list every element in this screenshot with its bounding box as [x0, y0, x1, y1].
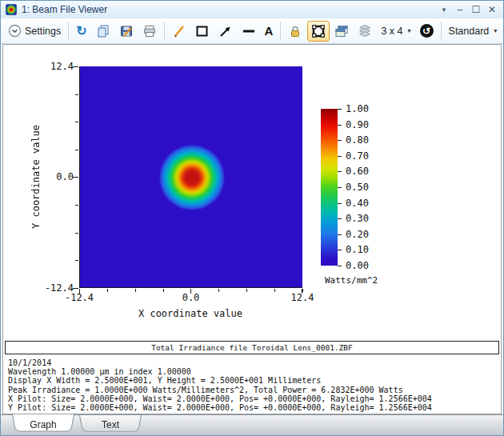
x-tick-label: 0.0: [175, 292, 207, 303]
x-axis-major-tick: [79, 289, 80, 294]
grid-layout-dropdown[interactable]: 3 x 4 ▾: [377, 21, 414, 42]
colorbar-label: 1.00: [346, 103, 378, 114]
fit-window-button[interactable]: [307, 21, 330, 42]
lock-button[interactable]: [284, 21, 306, 42]
info-line: Wavelength 1.00000 µm in index 1.00000: [8, 367, 498, 376]
settings-chevron-icon: [8, 24, 22, 38]
window-controls: ▾ – ☐ ✕: [438, 2, 498, 17]
refresh-icon: ↻: [76, 23, 86, 38]
colorbar-label: 0.90: [346, 119, 378, 130]
fit-window-icon: [311, 24, 326, 38]
clone-window-icon: [334, 24, 349, 38]
toolbar-separator: [164, 22, 165, 41]
line-icon: [242, 24, 256, 38]
y-axis-major-tick: [73, 288, 78, 289]
colorbar-label: 0.50: [346, 182, 378, 193]
pencil-icon: [172, 24, 186, 38]
maximize-button[interactable]: ☐: [470, 2, 482, 17]
x-axis-label: X coordinate value: [110, 308, 270, 319]
beam-file-viewer-window: 1: Beam File Viewer ▾ – ☐ ✕ Settings ↻: [0, 0, 504, 436]
toolbar-separator: [441, 22, 442, 41]
titlebar[interactable]: 1: Beam File Viewer ▾ – ☐ ✕: [1, 1, 503, 18]
beam-spot: [160, 146, 224, 210]
toolbar: Settings ↻: [1, 18, 503, 44]
y-axis-major-tick: [73, 177, 78, 178]
colorbar-label: 0.40: [346, 198, 378, 209]
chevron-down-icon: ▾: [408, 27, 411, 34]
minimize-button[interactable]: –: [454, 2, 466, 17]
arrow-annotation-button[interactable]: [214, 21, 237, 42]
y-axis-ticks: [75, 66, 78, 289]
layers-button[interactable]: [354, 21, 376, 42]
x-tick-label: -12.4: [63, 292, 95, 303]
graph-panel: Y coordinate value X coordinate value 12…: [2, 44, 502, 414]
reset-icon: ↺: [420, 24, 434, 38]
colorbar-label: 0.20: [346, 229, 378, 240]
plot-title: Total Irradiance file Toroidal Lens_0001…: [5, 341, 499, 354]
x-axis-ticks: [79, 289, 303, 292]
tabbar: Graph Text: [1, 414, 503, 435]
refresh-button[interactable]: ↻: [72, 21, 90, 42]
save-icon: [119, 24, 134, 38]
window-menu-button[interactable]: ▾: [438, 2, 450, 17]
rectangle-annotation-button[interactable]: [191, 21, 214, 42]
text-tool-icon: A: [265, 24, 274, 38]
tab-graph[interactable]: Graph: [12, 415, 74, 434]
app-icon: [6, 4, 17, 15]
copy-button[interactable]: [92, 21, 114, 42]
info-line: Peak Irradiance = 1.0000E+000 Watts/Mill…: [8, 386, 498, 394]
colorbar-label: 0.10: [346, 244, 378, 255]
arrow-icon: [218, 24, 233, 38]
pencil-annotation-button[interactable]: [168, 21, 190, 42]
colorbar-label: 0.70: [346, 150, 378, 162]
y-axis-major-tick: [73, 66, 78, 67]
beam-irradiance-plot: [79, 66, 302, 288]
info-line: 10/1/2014: [8, 358, 498, 367]
info-panel: 10/1/2014 Wavelength 1.00000 µm in index…: [8, 358, 498, 412]
copy-icon: [96, 24, 110, 38]
clone-window-button[interactable]: [330, 21, 353, 42]
x-axis-major-tick: [190, 289, 191, 294]
y-tick-label: 12.4: [37, 61, 74, 72]
text-annotation-button[interactable]: A: [261, 21, 278, 42]
print-icon: [142, 24, 157, 38]
reset-view-button[interactable]: ↺: [416, 21, 438, 42]
close-button[interactable]: ✕: [486, 2, 498, 17]
line-annotation-button[interactable]: [238, 21, 260, 42]
toolbar-separator: [68, 22, 69, 41]
standard-dropdown[interactable]: Standard ▾: [445, 21, 502, 42]
toolbar-separator: [280, 22, 281, 41]
x-axis-major-tick: [302, 289, 302, 294]
colorbar-label: 0.30: [346, 213, 378, 224]
colorbar-label: 0.00: [346, 260, 378, 271]
colorbar-label: 0.80: [346, 134, 378, 146]
window-title: 1: Beam File Viewer: [22, 4, 433, 15]
x-tick-label: 12.4: [286, 292, 318, 303]
layers-icon: [358, 24, 372, 38]
rectangle-icon: [195, 24, 210, 38]
lock-icon: [288, 24, 302, 38]
print-button[interactable]: [138, 21, 161, 42]
info-line: Display X Width = 2.5000E+001, Y Height …: [8, 376, 498, 385]
tab-text[interactable]: Text: [79, 415, 142, 434]
y-tick-label: 0.0: [37, 171, 74, 182]
colorbar-unit: Watts/mm^2: [325, 275, 378, 286]
info-line: X Pilot: Size= 2.0000E+000, Waist= 2.000…: [8, 394, 498, 403]
chevron-down-icon: ▾: [494, 27, 497, 34]
info-line: Y Pilot: Size= 2.0000E+000, Waist= 2.000…: [8, 403, 498, 412]
colorbar-label: 0.60: [346, 166, 378, 177]
colorbar: [321, 109, 338, 266]
settings-button[interactable]: Settings: [4, 21, 65, 42]
save-button[interactable]: [115, 21, 138, 42]
colorbar-ticks: [338, 109, 342, 266]
